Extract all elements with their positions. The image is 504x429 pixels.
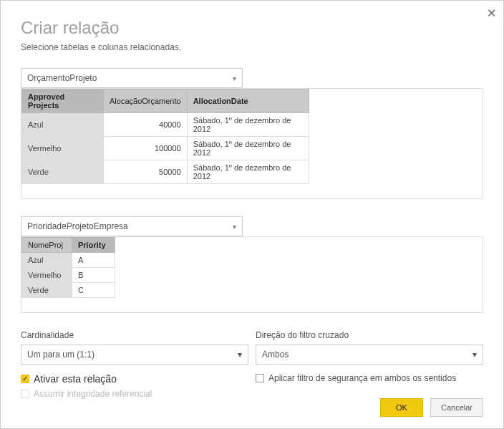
cell: Sábado, 1º de dezembro de 2012 (187, 137, 309, 160)
cancel-button[interactable]: Cancelar (430, 398, 483, 417)
assume-integrity-checkbox (21, 390, 29, 398)
cell: Vermelho (22, 137, 104, 160)
table2-grid: NomeProj Priority Azul A Vermelho B Verd… (21, 237, 115, 298)
security-both-label: Aplicar filtro de segurança em ambos os … (268, 373, 456, 383)
table-row[interactable]: Azul A (22, 253, 115, 268)
cell: Sábado, 1º de dezembro de 2012 (187, 113, 309, 137)
table-row[interactable]: Vermelho B (22, 268, 115, 283)
table-row[interactable]: Azul 40000 Sábado, 1º de dezembro de 201… (22, 113, 309, 137)
security-both-row[interactable]: Aplicar filtro de segurança em ambos os … (256, 373, 483, 383)
close-icon[interactable]: ✕ (487, 6, 496, 20)
table-row[interactable]: Verde C (22, 283, 115, 298)
cell: Vermelho (22, 268, 72, 283)
table2-select[interactable]: PrioridadeProjetoEmpresa ▾ (21, 216, 243, 236)
cell: 40000 (104, 113, 188, 137)
dialog-title: Criar relação (21, 18, 483, 38)
ok-button[interactable]: OK (380, 398, 423, 417)
crossfilter-label: Direção do filtro cruzado (256, 330, 483, 340)
table2-preview: NomeProj Priority Azul A Vermelho B Verd… (21, 236, 483, 313)
col-nomeproj[interactable]: NomeProj (22, 238, 72, 253)
cell: B (72, 268, 115, 283)
table2-select-value: PrioridadeProjetoEmpresa (27, 221, 128, 231)
col-allocation-date[interactable]: AllocationDate (187, 90, 309, 113)
table1-grid: Approved Projects AlocaçãoOrçamento Allo… (21, 89, 309, 184)
table-row[interactable]: Verde 50000 Sábado, 1º de dezembro de 20… (22, 160, 309, 184)
cell: 100000 (104, 137, 188, 160)
crossfilter-col: Direção do filtro cruzado Ambos ▾ Aplica… (256, 330, 483, 399)
table-header-row: NomeProj Priority (22, 238, 115, 253)
table1-select-value: OrçamentoProjeto (27, 73, 97, 83)
table-row[interactable]: Vermelho 100000 Sábado, 1º de dezembro d… (22, 137, 309, 160)
assume-integrity-label: Assumir integridade referencial (34, 389, 152, 399)
cell: Azul (22, 113, 104, 137)
chevron-down-icon: ▾ (472, 350, 477, 360)
chevron-down-icon: ▾ (233, 223, 236, 231)
cell: Sábado, 1º de dezembro de 2012 (187, 160, 309, 184)
activate-checkbox[interactable]: ✓ (21, 375, 29, 383)
table-padding (21, 298, 483, 312)
cardinality-col: Cardinalidade Um para um (1:1) ▾ ✓ Ativa… (21, 330, 248, 399)
table-header-row: Approved Projects AlocaçãoOrçamento Allo… (22, 90, 309, 113)
activate-row[interactable]: ✓ Ativar esta relação (21, 373, 248, 385)
cardinality-value: Um para um (1:1) (27, 350, 94, 360)
chevron-down-icon: ▾ (233, 74, 236, 82)
activate-label: Ativar esta relação (34, 373, 117, 385)
crossfilter-value: Ambos (262, 350, 289, 360)
chevron-down-icon: ▾ (238, 350, 242, 360)
cell: Azul (22, 253, 72, 268)
create-relationship-dialog: ✕ Criar relação Selecione tabelas e colu… (0, 0, 504, 429)
col-approved-projects[interactable]: Approved Projects (22, 90, 104, 113)
table1-preview: Approved Projects AlocaçãoOrçamento Allo… (21, 88, 483, 199)
cell: C (72, 283, 115, 298)
cardinality-select[interactable]: Um para um (1:1) ▾ (21, 344, 248, 365)
security-both-checkbox[interactable] (256, 374, 264, 382)
dialog-subtitle: Selecione tabelas e colunas relacionadas… (21, 42, 483, 52)
assume-integrity-row: Assumir integridade referencial (21, 389, 248, 399)
col-alocacao-orcamento[interactable]: AlocaçãoOrçamento (104, 90, 188, 113)
cell: Verde (22, 160, 104, 184)
crossfilter-select[interactable]: Ambos ▾ (256, 344, 483, 365)
cell: A (72, 253, 115, 268)
col-priority[interactable]: Priority (72, 238, 115, 253)
cell: Verde (22, 283, 72, 298)
options-row: Cardinalidade Um para um (1:1) ▾ ✓ Ativa… (21, 330, 483, 399)
button-row: OK Cancelar (380, 398, 483, 417)
cardinality-label: Cardinalidade (21, 330, 248, 340)
table-padding (21, 184, 483, 198)
table1-select[interactable]: OrçamentoProjeto ▾ (21, 68, 243, 88)
cell: 50000 (104, 160, 188, 184)
